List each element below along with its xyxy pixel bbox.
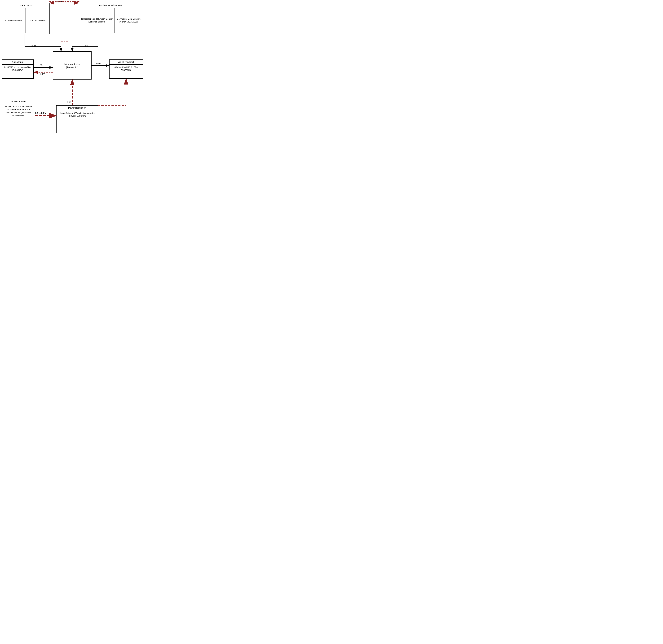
temp-humidity-label: Temperature and Humidity Sensor (Sensiri…	[79, 8, 115, 33]
power-regulation-content: High efficiency 5 V switching regulator …	[56, 110, 98, 119]
i2s-label: I²S	[40, 64, 43, 66]
power-source-block: Power Source 2x 2040 mAh, 3.8 A maximum …	[2, 99, 35, 131]
user-controls-title: User Controls	[2, 3, 49, 8]
power-regulation-title: Power Regulation	[56, 106, 98, 110]
dip-switches-label: 10x DIP switches	[26, 8, 49, 33]
audio-input-block: Audio Input 2x MEMS microphones (TDK ICS…	[2, 60, 34, 79]
microcontroller-title: Microcontroller	[64, 62, 80, 66]
power-source-content: 2x 2040 mAh, 3.8 A maximum continuous cu…	[2, 104, 35, 118]
svg-marker-9	[78, 1, 79, 2]
voltage-3v3-audio-label: 3.3 V	[40, 73, 45, 75]
user-controls-block: User Controls 4x Potentiometers 10x DIP …	[2, 3, 50, 34]
power-regulation-block: Power Regulation High efficiency 5 V swi…	[56, 105, 98, 133]
microcontroller-block: Microcontroller (Teensy 3.2)	[53, 51, 92, 80]
audio-input-content: 2x MEMS microphones (TDK ICS-43434)	[2, 65, 33, 73]
ambient-light-label: 2x Ambient Light Sensors (Vishay VEML603…	[115, 8, 143, 33]
visual-feedback-content: 40x NeoPixel RGB LEDs (WS2812B)	[110, 65, 143, 73]
svg-marker-8	[49, 1, 51, 2]
i2c-label: I²C	[85, 45, 88, 47]
diagram-container: User Controls 4x Potentiometers 10x DIP …	[0, 0, 144, 140]
voltage-3v3-top-label: 3.3 V	[57, 0, 63, 3]
microcontroller-content: (Teensy 3.2)	[66, 66, 78, 69]
visual-feedback-title: Visual Feedback	[110, 60, 143, 65]
voltage-battery-label: 7.0 - 8.8 V	[35, 112, 46, 114]
potentiometers-label: 4x Potentiometers	[2, 8, 26, 33]
gpio-label: GPIO	[30, 45, 36, 47]
serial-label: Serial	[96, 62, 101, 65]
environmental-sensors-block: Environmental Sensors Temperature and Hu…	[79, 3, 143, 34]
visual-feedback-block: Visual Feedback 40x NeoPixel RGB LEDs (W…	[109, 60, 143, 79]
env-sensors-title: Environmental Sensors	[79, 3, 143, 8]
voltage-5v-label: 5 V	[67, 101, 71, 104]
power-source-title: Power Source	[2, 99, 35, 104]
audio-input-title: Audio Input	[2, 60, 33, 65]
